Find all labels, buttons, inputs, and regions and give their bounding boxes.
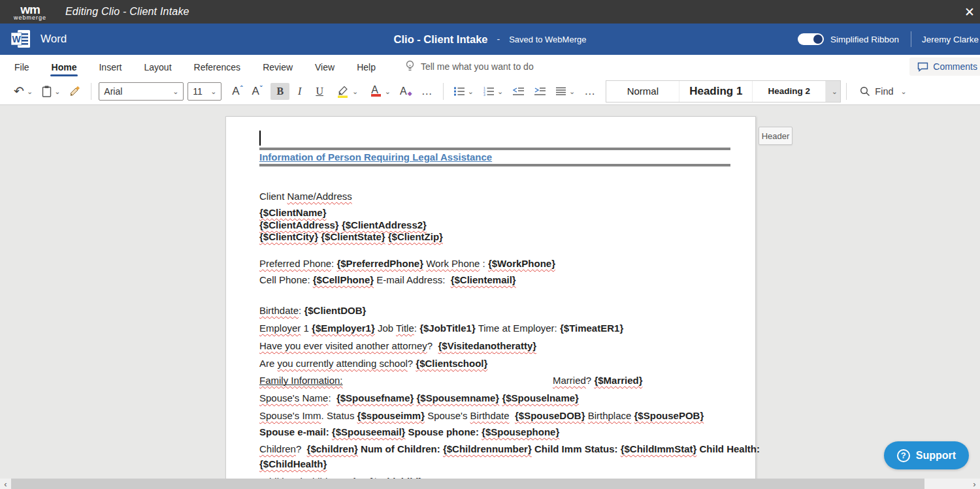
clear-formatting-button[interactable]: A ◆	[397, 83, 416, 100]
toolbar-divider	[846, 83, 847, 100]
tell-me-box[interactable]: Tell me what you want to do	[405, 60, 534, 72]
clipboard-icon	[42, 86, 52, 97]
shrink-font-button[interactable]: A ˇ	[248, 82, 265, 101]
more-font-options-button[interactable]: …	[418, 82, 436, 101]
underline-button[interactable]: U	[310, 83, 329, 100]
help-icon: ?	[897, 449, 910, 462]
style-normal[interactable]: Normal	[606, 81, 679, 102]
doc-paragraph[interactable]: Are you currently attending school? {$Cl…	[259, 358, 730, 370]
support-button[interactable]: ? Support	[884, 441, 969, 469]
doc-heading[interactable]: Information of Person Requiring Legal As…	[259, 151, 729, 163]
alignment-button[interactable]: ⌄	[552, 84, 578, 99]
chevron-down-icon: ⌄	[210, 89, 216, 94]
doc-paragraph[interactable]: Employer 1 {$Employer1} Job Title: {$Job…	[259, 323, 730, 334]
highlight-button[interactable]: ⌄	[333, 82, 361, 101]
doc-paragraph[interactable]: {$ClientName}	[259, 207, 730, 219]
chevron-down-icon: ⌄	[27, 89, 33, 94]
tab-references[interactable]: References	[186, 57, 249, 76]
tab-review[interactable]: Review	[255, 57, 301, 76]
tab-help[interactable]: Help	[349, 57, 384, 76]
scroll-right-icon[interactable]: ›	[969, 479, 980, 489]
tell-me-label: Tell me what you want to do	[421, 61, 534, 72]
tab-view[interactable]: View	[307, 57, 342, 76]
doc-paragraph[interactable]: Preferred Phone: {$PreferredPhone} Work …	[259, 258, 730, 270]
doc-paragraph[interactable]: Have you ever visited another attorney? …	[259, 340, 730, 352]
title-separator: -	[497, 34, 500, 44]
font-name-combobox[interactable]: Arial ⌄	[99, 82, 184, 101]
simplified-ribbon-toggle[interactable]	[798, 33, 824, 45]
cursor-line[interactable]	[259, 131, 729, 146]
doc-paragraph[interactable]: {$ClientCity} {$ClientState} {$ClientZip…	[259, 231, 730, 243]
doc-paragraph[interactable]: Spouse's Name: {$Spousefname} {$Spousemn…	[259, 392, 730, 404]
ribbon-tabs-row: File Home Insert Layout References Revie…	[0, 55, 980, 78]
paste-button[interactable]: ⌄	[39, 83, 63, 100]
webmerge-logo-text: webmerge	[9, 15, 51, 21]
word-titlebar: W Word Clio - Client Intake - Saved to W…	[0, 24, 980, 55]
save-status: Saved to WebMerge	[509, 35, 586, 44]
grow-font-button[interactable]: A ˆ	[229, 82, 246, 101]
close-icon[interactable]: ✕	[964, 5, 980, 20]
doc-paragraph[interactable]: Spouse e-mail: {$Spouseemail} Spouse pho…	[259, 426, 730, 438]
decrease-indent-icon	[512, 86, 525, 97]
user-account[interactable]: Jeremy Clarke	[922, 35, 980, 44]
bullets-button[interactable]: ⌄	[450, 84, 477, 99]
tab-file[interactable]: File	[7, 57, 37, 76]
font-size-value: 11	[193, 86, 203, 97]
document-page[interactable]: Information of Person Requiring Legal As…	[225, 116, 756, 489]
find-label: Find	[875, 86, 893, 97]
grow-caret-icon: ˆ	[240, 84, 243, 92]
styles-gallery-expand[interactable]: ⌄	[826, 81, 840, 102]
more-paragraph-options-button[interactable]: …	[581, 82, 599, 101]
highlighter-icon	[336, 85, 350, 98]
webmerge-topbar: wm webmerge Editing Clio - Client Intake…	[0, 0, 980, 24]
chevron-down-icon: ⌄	[569, 89, 575, 94]
bullet-list-icon	[453, 86, 465, 97]
style-heading2[interactable]: Heading 2	[753, 81, 826, 102]
tab-insert[interactable]: Insert	[91, 57, 129, 76]
document-title: Clio - Client Intake	[394, 33, 488, 46]
tab-home[interactable]: Home	[44, 57, 85, 76]
ribbon-toolbar: ↶ ⌄ ⌄ Arial ⌄	[0, 78, 980, 105]
bold-button[interactable]: B	[270, 83, 289, 100]
format-painter-icon	[69, 86, 81, 97]
titlebar-divider	[911, 31, 911, 47]
font-name-value: Arial	[104, 86, 122, 97]
chevron-down-icon: ⌄	[352, 89, 358, 94]
header-tab-button[interactable]: Header	[759, 127, 792, 145]
horizontal-scrollbar[interactable]: ‹ ›	[0, 479, 980, 489]
decrease-indent-button[interactable]	[509, 84, 528, 99]
format-painter-button[interactable]	[66, 83, 84, 99]
simplified-ribbon-label: Simplified Ribbon	[830, 35, 899, 44]
toolbar-divider	[91, 83, 91, 100]
doc-paragraph[interactable]: Spouse's Imm. Status {$spouseimm} Spouse…	[259, 410, 730, 422]
numbered-list-icon: 1 2 3	[483, 86, 495, 97]
doc-paragraph[interactable]: {$ChildHealth}	[259, 458, 730, 470]
numbering-button[interactable]: 1 2 3 ⌄	[480, 84, 506, 99]
doc-paragraph[interactable]: Children? {$children} Num of Children: {…	[259, 443, 730, 455]
font-size-combobox[interactable]: 11 ⌄	[188, 82, 221, 101]
italic-button[interactable]: I	[292, 83, 307, 100]
style-heading1[interactable]: Heading 1	[679, 81, 753, 102]
increase-indent-button[interactable]	[531, 84, 549, 99]
horizontal-rule	[259, 148, 730, 150]
find-button[interactable]: Find ⌄	[860, 86, 906, 97]
scrollbar-thumb[interactable]	[11, 479, 924, 489]
tab-layout[interactable]: Layout	[136, 57, 179, 76]
doc-lines: Client Name/Address{$ClientName}{$Client…	[259, 191, 730, 488]
doc-paragraph[interactable]: {$ClientAddress} {$ClientAddress2}	[259, 219, 730, 231]
shrink-font-icon: A	[252, 85, 259, 98]
comments-button[interactable]: Comments	[909, 57, 980, 76]
doc-paragraph[interactable]: Client Name/Address	[259, 191, 730, 202]
doc-paragraph[interactable]: Birthdate: {$ClientDOB}	[259, 305, 730, 317]
chevron-down-icon: ⌄	[54, 89, 60, 94]
scroll-left-icon[interactable]: ‹	[0, 479, 11, 489]
font-color-button[interactable]: A ⌄	[364, 82, 394, 101]
font-color-icon: A	[367, 84, 382, 99]
undo-icon: ↶	[14, 86, 24, 97]
svg-text:3: 3	[483, 93, 485, 97]
document-canvas: Information of Person Requiring Legal As…	[0, 105, 980, 489]
titlebar-right: Simplified Ribbon Jeremy Clarke	[798, 24, 980, 55]
undo-button[interactable]: ↶ ⌄	[10, 84, 36, 99]
doc-paragraph[interactable]: Cell Phone: {$CellPhone} E-mail Address:…	[259, 274, 730, 286]
doc-paragraph[interactable]: Family Information:Married? {$Married}	[259, 375, 730, 386]
